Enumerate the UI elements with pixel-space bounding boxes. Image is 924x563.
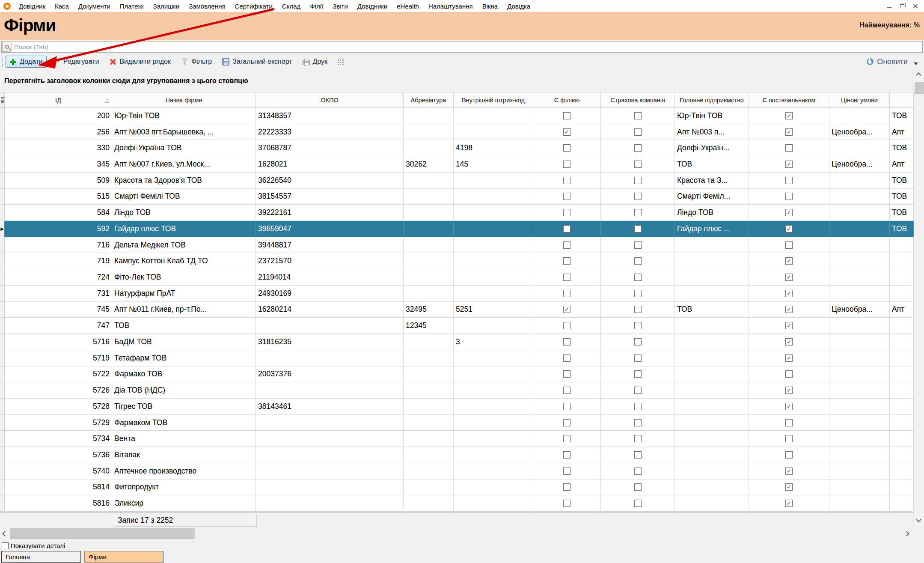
checkbox-is_supplier[interactable]: ✓ [785,274,793,281]
column-header-id[interactable]: ІД△ [5,92,112,107]
column-header-type[interactable] [890,92,914,107]
scroll-up-icon[interactable] [916,72,921,78]
table-row[interactable]: 731Натурфарм ПрАТ24930169✓ [0,286,914,302]
table-row[interactable]: 345Апт №007 г.Киев, ул.Моск...1628021302… [0,156,914,173]
checkbox-is_supplier[interactable] [785,144,793,152]
checkbox-is_supplier[interactable] [785,241,793,249]
table-row[interactable]: 5716БаДМ ТОВ318162353✓ [0,334,914,350]
restore-icon[interactable] [896,1,909,11]
menu-item[interactable]: Філії [305,1,328,12]
menu-item[interactable]: Сертифікати [230,1,277,12]
table-row[interactable]: 5736Вітапак [0,447,914,463]
column-header-barcode[interactable]: Внутрішній штрих-код [454,92,533,107]
checkbox-is_insurance[interactable] [634,338,642,346]
checkbox-is_supplier[interactable]: ✓ [785,403,793,410]
checkbox-is_branch[interactable]: ✓ [563,306,570,313]
toolbar-button-Друк[interactable]: Друк [299,56,332,68]
table-row[interactable]: 5729Фармаком ТОВ [0,415,914,431]
menu-item[interactable]: Залишки [149,1,184,12]
table-row[interactable]: 5816Эликсир✓ [0,495,914,512]
column-header-is_branch[interactable]: Є філією [533,92,601,107]
checkbox-is_supplier[interactable]: ✓ [785,354,793,362]
menu-item[interactable]: Каса [50,1,74,12]
checkbox-is_branch[interactable] [563,193,570,200]
checkbox-is_branch[interactable] [563,112,570,119]
vertical-scrollbar[interactable] [914,70,924,527]
table-row[interactable]: 515Смарті Фемілі ТОВ38154557Смарті Феміл… [0,189,914,205]
checkbox-is_insurance[interactable] [634,177,642,184]
checkbox-is_branch[interactable] [563,451,570,459]
checkbox-is_supplier[interactable]: ✓ [785,387,793,394]
column-header-parent[interactable]: Головне підприємство [675,92,749,107]
table-row[interactable]: 5719Тетафарм ТОВ✓ [0,350,914,366]
refresh-button[interactable]: Оновити [877,57,908,66]
checkbox-is_insurance[interactable] [634,387,642,394]
menu-item[interactable]: Довідник [14,1,50,12]
checkbox-is_branch[interactable] [563,209,570,216]
checkbox-is_supplier[interactable]: ✓ [785,209,793,216]
checkbox-is_insurance[interactable] [634,451,642,459]
table-row[interactable]: 5728Тігрес ТОВ38143461✓ [0,399,914,415]
toolbar-button-columns-icon[interactable] [334,57,348,67]
table-row[interactable]: 5734Вента [0,431,914,447]
column-header-okpo[interactable]: ОКПО [256,92,404,107]
checkbox-is_supplier[interactable] [785,419,793,426]
menu-item[interactable]: Налаштування [424,1,478,12]
checkbox-is_insurance[interactable] [634,128,642,136]
table-row[interactable]: 719Кампус Коттон Клаб ТД ТО23721570✓ [0,253,914,269]
checkbox-is_insurance[interactable] [634,419,642,426]
checkbox-is_branch[interactable] [563,241,570,249]
checkbox-is_branch[interactable] [563,403,570,410]
scroll-down-icon[interactable] [916,517,921,522]
horizontal-scroll-thumb[interactable] [10,528,195,539]
toolbar-grip-icon[interactable] [1,57,3,67]
table-row[interactable]: 330Долфі-Україна ТОВ370687874198Долфі-Ук… [0,140,914,156]
checkbox-is_supplier[interactable]: ✓ [785,290,793,297]
tab-Головна[interactable]: Головна [1,551,81,563]
toolbar-button-Загальний експорт[interactable]: Загальний експорт [218,56,296,68]
table-row[interactable]: ▶592Гайдар плюс ТОВ39659047Гайдар плюс .… [0,221,914,237]
checkbox-is_supplier[interactable] [785,435,793,442]
menu-item[interactable]: Звіти [328,1,353,12]
horizontal-scrollbar[interactable] [0,527,914,540]
table-row[interactable]: 584Ліндо ТОВ39222161Ліндо ТОВ✓ТОВ [0,205,914,221]
checkbox-is_branch[interactable] [563,500,570,507]
checkbox-is_insurance[interactable] [634,225,642,232]
checkbox-is_supplier[interactable]: ✓ [785,306,793,313]
checkbox-is_supplier[interactable]: ✓ [785,500,793,507]
menu-item[interactable]: eHealth [392,1,424,12]
checkbox-is_supplier[interactable] [785,451,793,459]
close-icon[interactable] [909,1,921,11]
column-header-is_supplier[interactable]: Є постачальником [749,92,829,107]
column-header-abbr[interactable]: Абревіатура [404,92,454,107]
table-row[interactable]: 716Дельта Медікел ТОВ39448817 [0,237,914,253]
menu-item[interactable]: Вікна [478,1,503,12]
checkbox-is_branch[interactable] [563,322,570,329]
checkbox-is_insurance[interactable] [634,112,642,119]
group-by-band[interactable]: Перетягніть заголовок колонки сюди для у… [0,70,924,92]
caret-down-icon[interactable] [914,63,918,65]
checkbox-is_insurance[interactable] [634,500,642,507]
checkbox-is_insurance[interactable] [634,144,642,152]
checkbox-is_branch[interactable] [563,370,570,378]
checkbox-is_insurance[interactable] [634,161,642,168]
checkbox-is_supplier[interactable]: ✓ [785,225,793,232]
checkbox-is_branch[interactable]: ✓ [563,128,570,136]
search-input[interactable] [12,43,922,51]
checkbox-is_insurance[interactable] [634,468,642,475]
menu-item[interactable]: Склад [277,1,305,12]
checkbox-is_supplier[interactable]: ✓ [785,161,793,168]
menu-item[interactable]: Документи [74,1,115,12]
checkbox-is_branch[interactable] [563,338,570,346]
checkbox-is_branch[interactable] [563,354,570,362]
checkbox-is_branch[interactable] [563,468,570,475]
menu-item[interactable]: Довідка [502,1,535,12]
checkbox-is_branch[interactable] [563,419,570,426]
column-header-is_insurance[interactable]: Страхова компанія [601,92,675,107]
tab-Фірми[interactable]: Фірми [84,551,164,563]
table-row[interactable]: 5726Діа ТОВ (НДС)✓ [0,382,914,399]
table-row[interactable]: 745Апт №011 г.Киев, пр-т.По...1628021432… [0,302,914,318]
checkbox-is_insurance[interactable] [634,322,642,329]
checkbox-is_insurance[interactable] [634,241,642,249]
checkbox-is_insurance[interactable] [634,290,642,297]
